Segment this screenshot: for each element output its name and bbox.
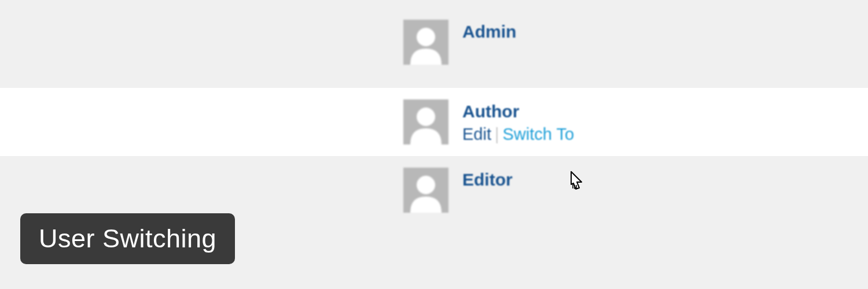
- user-info: Author Edit | Switch To: [462, 99, 574, 144]
- user-name-link[interactable]: Author: [462, 102, 574, 121]
- user-name-link[interactable]: Admin: [462, 22, 516, 42]
- cursor-pointer-icon: [565, 169, 587, 194]
- user-info: Editor: [462, 168, 513, 190]
- svg-point-1: [417, 28, 435, 46]
- edit-link[interactable]: Edit: [462, 125, 491, 144]
- svg-point-3: [417, 108, 435, 126]
- avatar-placeholder-icon: [403, 99, 448, 144]
- avatar-placeholder-icon: [403, 20, 448, 65]
- switch-to-link[interactable]: Switch To: [503, 125, 575, 144]
- svg-point-5: [417, 176, 435, 194]
- action-separator: |: [495, 125, 499, 144]
- plugin-title-banner: User Switching: [20, 213, 235, 264]
- user-row-admin: Admin: [0, 0, 868, 88]
- user-info: Admin: [462, 20, 516, 42]
- row-actions: Edit | Switch To: [462, 125, 574, 144]
- user-row-author: Author Edit | Switch To: [0, 88, 868, 156]
- avatar-placeholder-icon: [403, 168, 448, 213]
- user-name-link[interactable]: Editor: [462, 170, 513, 190]
